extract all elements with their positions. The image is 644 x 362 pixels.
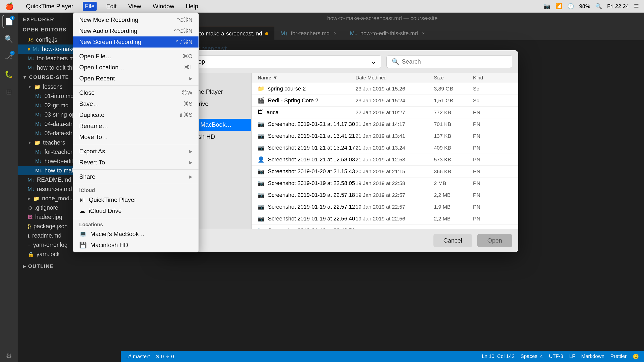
log-icon: ≡: [28, 242, 31, 248]
menubar-edit[interactable]: Edit: [104, 2, 118, 11]
file-row-ss10[interactable]: 📷Screenshot 2019-01-19 at 22.48.50 19 Ja…: [252, 225, 518, 229]
tab-edit-label: how-to-edit-this-site.md: [360, 30, 418, 37]
status-language[interactable]: Markdown: [581, 353, 604, 359]
header-name[interactable]: Name ▼: [258, 75, 355, 81]
header-date[interactable]: Date Modified: [355, 75, 434, 81]
dialog-table-header: Name ▼ Date Modified Size Kind: [252, 73, 518, 83]
header-size[interactable]: Size: [434, 75, 473, 81]
file-kind: Sc: [473, 86, 512, 92]
sidebar-icon-search[interactable]: 🔍: [3, 33, 15, 45]
file-row-ss1[interactable]: 📷Screenshot 2019-01-21 at 14.17.30 21 Ja…: [252, 118, 518, 130]
status-spaces[interactable]: Spaces: 4: [520, 353, 543, 359]
status-formatter[interactable]: Prettier: [611, 353, 627, 359]
file-row-ss5[interactable]: 📷Screenshot 2019-01-20 at 21.15.43 20 Ja…: [252, 166, 518, 177]
menu-open-recent[interactable]: Open Recent ▶: [73, 73, 198, 84]
menu-macintosh-hd[interactable]: 💾 Macintosh HD: [73, 240, 198, 251]
sidebar-icon-debug[interactable]: 🐛: [3, 68, 15, 80]
tab-modified-indicator: [265, 32, 268, 35]
menubar-search-icon[interactable]: 🔍: [595, 3, 602, 10]
apple-menu[interactable]: 🍎: [5, 2, 14, 11]
file-row-ss8[interactable]: 📷Screenshot 2019-01-19 at 22.57.12 19 Ja…: [252, 201, 518, 213]
tab-teachers-close[interactable]: ×: [333, 31, 338, 36]
status-errors[interactable]: ⊘ 0 ⚠ 0: [155, 353, 174, 359]
menu-save[interactable]: Save… ⌘S: [73, 98, 198, 109]
icloud-icon: ☁: [79, 207, 85, 214]
tab-edit[interactable]: M↓ how-to-edit-this-site.md ×: [344, 27, 432, 40]
menubar-camera-icon: 📷: [544, 3, 550, 10]
file-size: 2,2 MB: [434, 192, 473, 198]
yarn-error-label: yarn-error.log: [33, 242, 68, 248]
menu-export-as[interactable]: Export As ▶: [73, 146, 198, 157]
status-branch[interactable]: ⎇ master*: [126, 353, 150, 359]
md-icon: M↓: [35, 103, 42, 108]
file-row-redi[interactable]: 🎬Redi - Spring Core 2 23 Jan 2019 at 15:…: [252, 95, 518, 107]
file-date: 23 Jan 2019 at 15:24: [355, 98, 434, 104]
menubar-menu-icon[interactable]: ☰: [634, 3, 639, 10]
file-row-ss6[interactable]: 📷Screenshot 2019-01-19 at 22.58.05 19 Ja…: [252, 177, 518, 189]
file-kind: PN: [473, 157, 512, 163]
tab-edit-close[interactable]: ×: [421, 31, 426, 36]
outline-arrow[interactable]: ▶: [23, 264, 26, 269]
tab-teachers-label: for-teachers.md: [291, 30, 330, 37]
file-row-ss4[interactable]: 👤Screenshot 2019-01-21 at 12.58.03 21 Ja…: [252, 154, 518, 166]
screenshot-icon: 📷: [258, 192, 264, 198]
explorer-badge: 1: [10, 16, 15, 20]
menu-share[interactable]: Share ▶: [73, 171, 198, 182]
menubar-file[interactable]: File: [83, 2, 97, 11]
folder-icon: 📁: [34, 84, 41, 90]
menu-close[interactable]: Close ⌘W: [73, 87, 198, 98]
menu-open-file[interactable]: Open File… ⌘O: [73, 51, 198, 62]
dialog-search-box[interactable]: 🔍: [386, 55, 512, 68]
file-size: 409 KB: [434, 145, 473, 151]
window-title: how-to-make-a-screencast.md — course-sit…: [327, 15, 438, 21]
course-site-arrow[interactable]: ▼: [23, 75, 27, 80]
menu-icloud-drive[interactable]: ☁ iCloud Drive: [73, 205, 198, 216]
menubar-app-name[interactable]: QuickTime Player: [24, 2, 75, 11]
menu-locations-header: Locations: [73, 220, 198, 229]
file-size: 2 MB: [434, 180, 473, 186]
open-file-dialog: 📁 Desktop ⌄ 🔍 iCloud ⏯ QuickTime Player …: [161, 50, 518, 252]
dialog-open-button[interactable]: Open: [477, 234, 512, 247]
file-kind: PN: [473, 204, 512, 210]
menu-new-movie[interactable]: New Movie Recording ⌥⌘N: [73, 14, 198, 25]
menubar-window[interactable]: Window: [151, 2, 176, 11]
tab-teachers[interactable]: M↓ for-teachers.md ×: [274, 27, 344, 40]
dialog-search-icon: 🔍: [392, 58, 399, 65]
file-row-ss9[interactable]: 📷Screenshot 2019-01-19 at 22.56.40 19 Ja…: [252, 213, 518, 225]
file-date: 21 Jan 2019 at 13:24: [355, 145, 434, 151]
menu-macbook[interactable]: 💻 Maciej's MacBook…: [73, 229, 198, 240]
file-row-anca[interactable]: 🖼anca 22 Jan 2019 at 10:27 772 KB PN: [252, 107, 518, 118]
file-row-spring-course[interactable]: 📁spring course 2 23 Jan 2019 at 15:26 3,…: [252, 83, 518, 95]
dialog-search-input[interactable]: [402, 58, 507, 65]
sidebar-icon-extensions[interactable]: ⊞: [3, 85, 15, 98]
status-line[interactable]: Ln 10, Col 142: [482, 353, 514, 359]
menu-revert-to[interactable]: Revert To ▶: [73, 157, 198, 168]
title-bar: how-to-make-a-screencast.md — course-sit…: [121, 13, 644, 24]
file-date: 21 Jan 2019 at 14:17: [355, 121, 434, 127]
dialog-cancel-button[interactable]: Cancel: [433, 234, 472, 247]
file-size: 2,2 MB: [434, 216, 473, 222]
menubar: 🍎 QuickTime Player File Edit View Window…: [0, 0, 644, 13]
menu-open-location[interactable]: Open Location… ⌘L: [73, 62, 198, 73]
menubar-help[interactable]: Help: [184, 2, 200, 11]
js-icon: JS: [28, 37, 33, 43]
file-row-ss7[interactable]: 📷Screenshot 2019-01-19 at 22.57.18 19 Ja…: [252, 189, 518, 201]
status-line-ending[interactable]: LF: [569, 353, 575, 359]
file-row-ss2[interactable]: 📷Screenshot 2019-01-21 at 13.41.21 21 Ja…: [252, 130, 518, 142]
menu-new-screen-recording[interactable]: New Screen Recording ^⇧⌘N: [73, 36, 198, 48]
menu-move-to[interactable]: Move To…: [73, 131, 198, 143]
menu-duplicate[interactable]: Duplicate ⇧⌘S: [73, 109, 198, 120]
menu-rename[interactable]: Rename…: [73, 120, 198, 131]
menubar-view[interactable]: View: [126, 2, 143, 11]
sidebar-icon-settings[interactable]: ⚙: [3, 349, 15, 362]
tab-teachers-icon: M↓: [280, 30, 288, 37]
folder-icon-3: 📁: [33, 196, 39, 202]
menu-new-audio[interactable]: New Audio Recording ^⌥⌘N: [73, 25, 198, 36]
dialog-location-btn[interactable]: 📁 Desktop ⌄: [167, 55, 381, 68]
sidebar-icon-git[interactable]: ⎇ 5: [3, 50, 15, 63]
sidebar-icon-explorer[interactable]: 📄 1: [3, 15, 15, 28]
status-encoding[interactable]: UTF-8: [549, 353, 563, 359]
file-row-ss3[interactable]: 📷Screenshot 2019-01-21 at 13.24.17 21 Ja…: [252, 142, 518, 154]
menu-quicktime-icloud[interactable]: ⏯ QuickTime Player: [73, 194, 198, 205]
header-kind[interactable]: Kind: [473, 75, 512, 81]
